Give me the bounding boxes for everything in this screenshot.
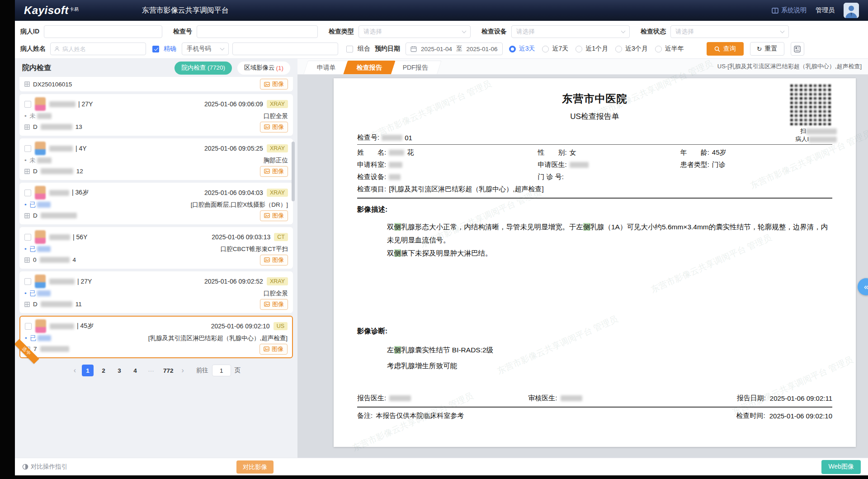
modality-badge: XRAY	[267, 189, 288, 197]
reset-button[interactable]: ↻ 重置	[750, 42, 784, 56]
diagnosis-title: 影像诊断:	[357, 327, 832, 336]
list-scrollbar[interactable]	[292, 142, 295, 201]
search-button[interactable]: 查询	[707, 42, 744, 56]
combo-checkbox[interactable]	[346, 46, 353, 52]
exam-card[interactable]: | 4Y 2025-01-06 09:05:25 XRAY • 未 胸部正位 D…	[19, 138, 293, 180]
exam-no-input[interactable]	[197, 25, 318, 38]
tab-exam-report[interactable]: 检查报告	[343, 61, 396, 74]
image-button[interactable]: 图像	[260, 166, 288, 177]
image-button[interactable]: 图像	[260, 122, 288, 133]
quick-range-7days[interactable]: 近7天	[542, 45, 568, 53]
description-title: 影像描述:	[357, 205, 832, 214]
exam-item-name: [口腔曲面断层,口腔X线摄影（DR）]	[191, 201, 288, 209]
card-checkbox[interactable]	[24, 190, 31, 196]
screen: Kayisoft 卡易 东营市影像云共享调阅平台 系统说明 管理员	[0, 0, 868, 479]
exam-card-partial[interactable]: DX250106015 图像	[19, 77, 293, 91]
radio-icon	[655, 46, 662, 52]
patient-name-input[interactable]	[62, 46, 142, 52]
exam-item-label: 检查项目:	[357, 185, 386, 194]
quick-range-1month[interactable]: 近1个月	[576, 45, 608, 53]
exam-card-selected[interactable]: | 45岁 2025-01-06 09:02:10 US • 已 [乳腺及其引流…	[19, 316, 293, 358]
image-button[interactable]: 图像	[260, 79, 288, 90]
exact-checkbox[interactable]	[152, 46, 159, 52]
status-placeholder: 请选择	[675, 28, 694, 36]
page-2[interactable]: 2	[98, 365, 109, 376]
app-logo: Kayisoft 卡易	[24, 4, 79, 17]
report-status: • 未	[24, 157, 52, 165]
patient-name-masked: | 27Y	[49, 278, 92, 285]
phone-input[interactable]	[232, 43, 338, 55]
page-1[interactable]: 1	[82, 365, 94, 376]
diagnosis-line-2: 考虑乳腺增生所致可能	[387, 359, 832, 372]
view-toggle-button[interactable]	[791, 42, 804, 56]
accession-number: 04	[24, 256, 76, 263]
compare-images-button[interactable]: 对比影像	[236, 460, 274, 474]
report-status: • 已	[24, 245, 51, 253]
tab-regional-cloud[interactable]: 区域影像云 (1)	[237, 62, 290, 75]
status-label: 检查状态	[641, 28, 666, 36]
card-checkbox[interactable]	[24, 234, 31, 241]
report-page: 东营市中医院 US检查报告单 扫 病人I 检查号: 01	[334, 78, 856, 447]
exam-item-value: [乳腺及其引流区淋巴结彩超（乳腺中心）,超声检查]	[389, 185, 544, 194]
image-button[interactable]: 图像	[260, 210, 288, 221]
exam-type-select[interactable]: 请选择	[359, 25, 471, 38]
quick-range-3months[interactable]: 近3个月	[615, 45, 648, 53]
exact-label: 精确	[164, 45, 176, 53]
system-help-link[interactable]: 系统说明	[772, 6, 807, 14]
sex-value: 女	[570, 148, 576, 157]
page-3[interactable]: 3	[113, 365, 125, 376]
patient-age: | 56Y	[73, 233, 87, 241]
web-image-button[interactable]: Web图像	[821, 460, 861, 474]
exam-card[interactable]: | 56Y 2025-01-06 09:03:13 CT • 已 口腔CBCT锥…	[19, 227, 293, 269]
card-checkbox[interactable]	[24, 278, 31, 285]
exam-time: 2025-01-06 09:04:03	[204, 189, 263, 196]
exam-card[interactable]: | 36岁 2025-01-06 09:04:03 XRAY • 已 [口腔曲面…	[19, 183, 293, 224]
bottom-black-strip	[0, 475, 868, 479]
page-ellipsis[interactable]: ···	[145, 365, 157, 376]
calendar-icon	[410, 46, 417, 52]
quick-range-halfyear[interactable]: 近半年	[655, 45, 684, 53]
filter-row-1: 病人ID 检查号 检查类型 请选择 检查设备 请	[20, 25, 863, 38]
exam-card[interactable]: | 27Y 2025-01-06 09:02:52 XRAY • 已 口腔全景 …	[19, 271, 293, 313]
patient-id-input[interactable]	[44, 25, 162, 38]
quick-range-label: 近7天	[552, 45, 568, 53]
grid-view-icon	[794, 46, 801, 52]
grid-icon	[24, 257, 30, 263]
page-4[interactable]: 4	[129, 365, 141, 376]
image-button[interactable]: 图像	[260, 255, 288, 266]
report-panel: 申请单 检查报告 PDF报告 US-[乳腺及其引流区淋巴结彩超（乳腺中心）,超声…	[297, 59, 868, 458]
status-select[interactable]: 请选择	[670, 25, 789, 38]
divider-thick	[357, 407, 832, 408]
card-checkbox[interactable]	[24, 101, 31, 108]
image-button[interactable]: 图像	[259, 344, 288, 355]
card-checkbox[interactable]	[25, 323, 32, 330]
device-placeholder: 请选择	[516, 28, 535, 36]
compare-guide-link[interactable]: 对比操作指引	[22, 463, 67, 471]
next-page-arrow[interactable]: ›	[180, 366, 186, 375]
exam-type-placeholder: 请选择	[363, 28, 382, 36]
exam-card[interactable]: | 27Y 2025-01-06 09:06:09 XRAY • 未 口腔全景 …	[19, 94, 293, 136]
device-field-label: 检查设备:	[357, 173, 386, 181]
username[interactable]: 管理员	[816, 6, 835, 14]
prev-page-arrow[interactable]: ‹	[72, 366, 78, 375]
exam-type-label: 检查类型	[329, 28, 354, 36]
quick-range-3days[interactable]: 近3天	[509, 45, 535, 53]
card-checkbox[interactable]	[24, 145, 31, 152]
exam-list-panel: 院内检查 院内检查 (7720) 区域影像云 (1)	[15, 59, 297, 458]
divider-thick	[357, 198, 832, 199]
tab-request-form[interactable]: 申请单	[303, 61, 349, 74]
avatar[interactable]	[844, 3, 859, 18]
patient-name-masked: | 36岁	[49, 189, 89, 197]
page-772[interactable]: 772	[161, 365, 176, 376]
phone-select[interactable]: 手机号码	[182, 43, 229, 55]
tab-pdf-report[interactable]: PDF报告	[389, 61, 442, 74]
quick-range-label: 近半年	[665, 45, 684, 53]
device-select[interactable]: 请选择	[511, 25, 630, 38]
date-range-picker[interactable]: 2025-01-04 至 2025-01-06	[406, 43, 503, 55]
grid-icon	[24, 302, 30, 307]
outpatient-no-label: 门 诊 号:	[538, 173, 564, 181]
tab-local-exams[interactable]: 院内检查 (7720)	[175, 62, 232, 75]
goto-page-input[interactable]	[212, 365, 231, 376]
request-doctor-label: 申请医生:	[538, 161, 566, 169]
image-button[interactable]: 图像	[260, 299, 288, 310]
